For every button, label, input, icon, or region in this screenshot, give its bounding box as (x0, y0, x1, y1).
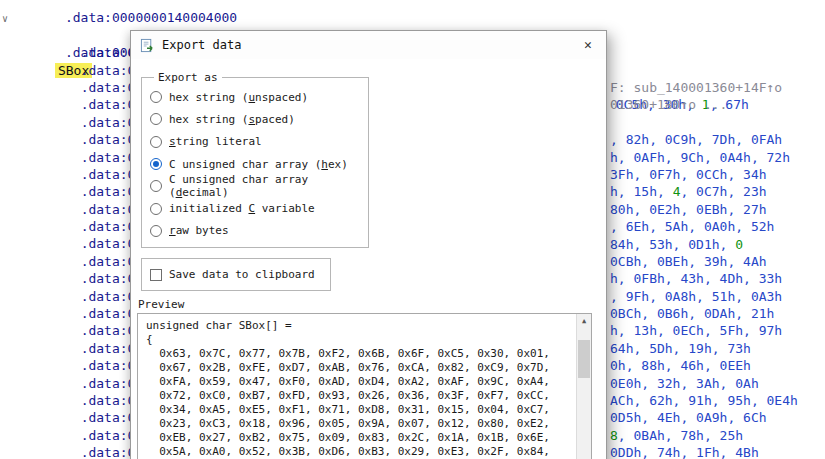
preview-code-line: 0x5A, 0xA0, 0x52, 0x3B, 0xD6, 0xB3, 0x29… (146, 445, 583, 459)
radio-option-label: C unsigned char array (hex) (169, 158, 348, 171)
radio-option[interactable]: C unsigned char array (decimal) (150, 175, 360, 197)
preview-code: unsigned char SBox[] ={ 0x63, 0x7C, 0x77… (138, 314, 591, 459)
collapse-chevron-icon[interactable]: ∨ (2, 10, 8, 27)
radio-option-label: raw bytes (169, 224, 229, 237)
radio-button[interactable] (150, 136, 162, 148)
radio-option-label: hex string (spaced) (169, 113, 295, 126)
save-to-clipboard-label: Save data to clipboard (169, 268, 315, 281)
preview-code-line: 0x34, 0xA5, 0xE5, 0xF1, 0x71, 0xD8, 0x31… (146, 403, 583, 417)
preview-code-line: 0xFA, 0x59, 0x47, 0xF0, 0xAD, 0xD4, 0xA2… (146, 375, 583, 389)
preview-code-line: 0x23, 0xC3, 0x18, 0x96, 0x05, 0x9A, 0x07… (146, 417, 583, 431)
preview-code-line: 0x63, 0x7C, 0x77, 0x7B, 0xF2, 0x6B, 0x6F… (146, 347, 583, 361)
preview-code-line: 0xEB, 0x27, 0xB2, 0x75, 0x09, 0x83, 0x2C… (146, 431, 583, 445)
radio-option[interactable]: string literal (150, 131, 360, 153)
sbox-definition-row[interactable]: ∨ .data:0000000140004000 SBox db 63h, 7C… (0, 9, 825, 26)
preview-scrollbar[interactable]: ▲ (576, 314, 591, 459)
radio-button[interactable] (150, 225, 162, 237)
radio-button[interactable] (150, 113, 162, 125)
radio-option-label: string literal (169, 135, 262, 148)
preview-code-line: unsigned char SBox[] = (146, 319, 583, 333)
radio-button[interactable] (150, 158, 162, 170)
export-data-dialog: Export data ✕ Export as hex string (unsp… (130, 30, 607, 459)
radio-option-label: hex string (unspaced) (169, 91, 308, 104)
preview-code-line: { (146, 333, 583, 347)
radio-option[interactable]: raw bytes (150, 220, 360, 242)
radio-option[interactable]: hex string (unspaced) (150, 86, 360, 108)
radio-option-label: initialized C variable (169, 202, 315, 215)
preview-label: Preview (138, 298, 184, 311)
export-as-groupbox: Export as hex string (unspaced) hex stri… (141, 71, 369, 248)
export-as-label: Export as (154, 71, 222, 84)
preview-code-line: 0x67, 0x2B, 0xFE, 0xD7, 0xAB, 0x76, 0xCA… (146, 361, 583, 375)
dialog-titlebar[interactable]: Export data ✕ (131, 31, 606, 59)
radio-button[interactable] (150, 180, 162, 192)
dialog-title: Export data (162, 38, 241, 52)
radio-option[interactable]: initialized C variable (150, 197, 360, 219)
scrollbar-up-arrow-icon[interactable]: ▲ (577, 314, 591, 328)
ida-disassembly-screen: .data:0000000140004000 ; BYTE SBox[512] … (0, 0, 825, 459)
close-icon[interactable]: ✕ (579, 36, 597, 54)
clipboard-frame: Save data to clipboard (141, 258, 331, 291)
radio-button[interactable] (150, 91, 162, 103)
export-data-icon (140, 38, 155, 53)
save-to-clipboard-checkbox[interactable] (150, 269, 162, 281)
preview-pane: unsigned char SBox[] ={ 0x63, 0x7C, 0x77… (137, 313, 592, 459)
export-format-options: hex string (unspaced) hex string (spaced… (150, 86, 360, 242)
scrollbar-thumb[interactable] (578, 340, 590, 378)
radio-option[interactable]: C unsigned char array (hex) (150, 153, 360, 175)
preview-code-line: 0x72, 0xC0, 0xB7, 0xFD, 0x93, 0x26, 0x36… (146, 389, 583, 403)
radio-button[interactable] (150, 203, 162, 215)
disassembly-row-partial[interactable]: .data:0000000140004000 ; BYTE SBox[512] (0, 0, 825, 9)
radio-option[interactable]: hex string (spaced) (150, 108, 360, 130)
radio-option-label: C unsigned char array (decimal) (169, 173, 360, 199)
